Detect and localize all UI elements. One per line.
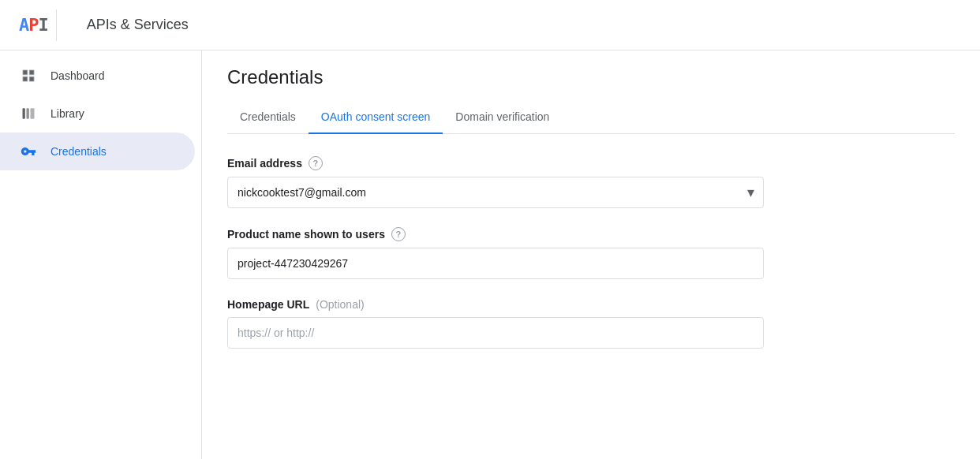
email-form-group: Email address ? nickcooktest7@gmail.com …	[227, 156, 955, 208]
sidebar: Dashboard Library Credentials	[0, 50, 202, 459]
tab-oauth-consent[interactable]: OAuth consent screen	[309, 101, 443, 134]
header-divider	[56, 9, 57, 41]
email-label: Email address ?	[227, 156, 955, 170]
svg-rect-2	[31, 108, 35, 118]
tab-credentials[interactable]: Credentials	[227, 101, 309, 134]
product-name-help-icon[interactable]: ?	[391, 227, 406, 241]
homepage-url-form-group: Homepage URL (Optional)	[227, 298, 955, 349]
form-content: Email address ? nickcooktest7@gmail.com …	[202, 134, 980, 390]
layout: Dashboard Library Credentials	[0, 50, 980, 459]
main-header: Credentials Credentials OAuth consent sc…	[202, 50, 980, 134]
tabs-bar: Credentials OAuth consent screen Domain …	[227, 101, 955, 134]
email-select-wrapper: nickcooktest7@gmail.com ▾	[227, 177, 764, 208]
homepage-url-input[interactable]	[227, 317, 764, 349]
main-content: Credentials Credentials OAuth consent sc…	[202, 50, 980, 459]
svg-rect-1	[27, 108, 29, 118]
optional-label: (Optional)	[316, 298, 364, 311]
email-select[interactable]: nickcooktest7@gmail.com	[227, 177, 764, 208]
sidebar-label-credentials: Credentials	[50, 145, 107, 158]
credentials-icon	[19, 142, 38, 161]
product-name-input[interactable]	[227, 248, 764, 279]
app-title: APIs & Services	[87, 17, 189, 33]
tab-domain-verification[interactable]: Domain verification	[443, 101, 562, 134]
product-name-form-group: Product name shown to users ?	[227, 227, 955, 279]
svg-rect-0	[23, 108, 25, 118]
api-logo-icon: API	[19, 17, 48, 34]
sidebar-label-library: Library	[50, 107, 84, 120]
header: API APIs & Services	[0, 0, 980, 50]
library-icon	[19, 104, 38, 123]
product-name-label: Product name shown to users ?	[227, 227, 955, 241]
page-title: Credentials	[227, 66, 955, 88]
homepage-url-label: Homepage URL (Optional)	[227, 298, 955, 311]
sidebar-item-credentials[interactable]: Credentials	[0, 132, 195, 170]
sidebar-label-dashboard: Dashboard	[50, 69, 105, 82]
header-logo: API APIs & Services	[19, 9, 189, 41]
dashboard-icon	[19, 66, 38, 85]
sidebar-item-dashboard[interactable]: Dashboard	[0, 57, 195, 95]
sidebar-item-library[interactable]: Library	[0, 95, 195, 132]
email-help-icon[interactable]: ?	[309, 156, 323, 170]
